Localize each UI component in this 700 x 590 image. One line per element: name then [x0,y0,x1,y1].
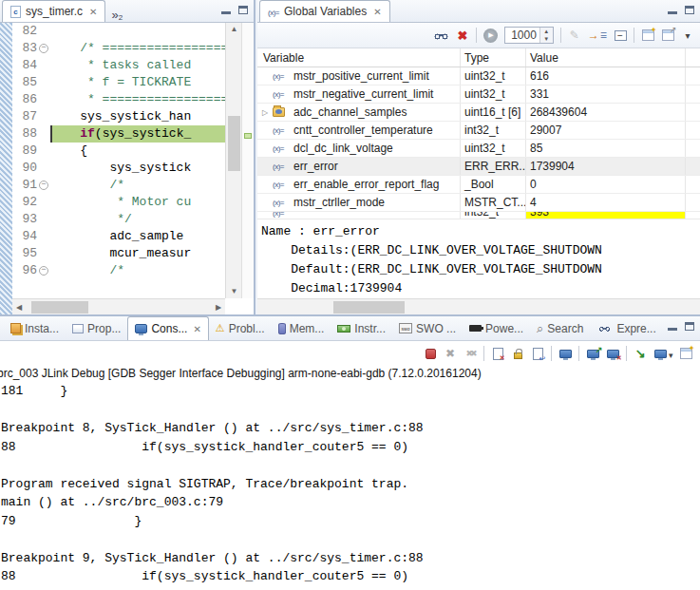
view-menu-icon[interactable] [681,28,694,43]
tab-cons[interactable]: Cons...✕ [127,316,208,340]
expand-arrow-icon[interactable]: ▷ [257,104,273,121]
overview-ruler[interactable] [241,23,254,298]
current-line-marker[interactable] [244,133,252,139]
minimize-icon[interactable] [221,6,231,14]
code-line[interactable]: 82 [12,23,225,40]
close-icon[interactable]: ✕ [193,324,200,334]
code-line[interactable]: 87 sys_systick_han [12,108,225,125]
variable-row[interactable]: err_errorERR_ERR...1739904 [257,158,700,176]
clear-console-icon[interactable] [493,348,503,360]
code-line[interactable]: 85 * f = TICKRATE [12,74,225,91]
code-text[interactable]: adc_sample [50,228,225,245]
scrollbar-thumb[interactable] [333,301,405,314]
more-tabs-indicator[interactable]: » 2 [111,8,123,22]
show-console-on-error-icon[interactable] [607,350,619,358]
variable-row[interactable]: err_enable_error_report_flag_Bool0 [257,176,700,194]
code-text[interactable]: * tasks called [50,57,225,74]
show-console-stdout-icon[interactable] [559,350,572,358]
variable-name-cell[interactable] [257,212,460,219]
variable-name-cell[interactable]: cntt_controller_temperature [257,122,460,139]
variable-row[interactable]: cntt_controller_temperatureint32_t29007 [257,122,700,140]
tab-mem[interactable]: Mem... [272,316,331,340]
tab-prop[interactable]: Prop... [66,316,127,340]
code-text[interactable]: { [50,143,225,160]
fold-collapse-icon[interactable] [39,266,48,276]
spinner-up-icon[interactable]: ▲ [540,28,553,35]
code-line[interactable]: 88 if(sys_systick_ [12,125,225,143]
column-variable[interactable]: Variable [257,48,460,67]
scroll-down-icon[interactable]: ▼ [226,285,242,298]
editor-vertical-scrollbar[interactable]: ▲ ▼ [225,23,241,298]
tab-insta[interactable]: Insta... [4,316,66,340]
editor-horizontal-scrollbar[interactable]: ◀ ▶ [12,298,225,314]
scroll-up-icon[interactable]: ▲ [226,23,242,36]
add-global-variables-icon[interactable] [433,30,449,41]
tab-expre[interactable]: Expre... [590,316,662,340]
remove-all-terminated-icon[interactable] [464,346,477,361]
code-text[interactable]: /* ================== [50,40,225,57]
variable-name-cell[interactable]: err_error [257,158,460,175]
variable-row[interactable]: int32_t393 [257,212,700,219]
code-text[interactable]: if(sys_systick_ [50,125,225,143]
refresh-play-icon[interactable] [483,29,498,43]
variable-name-cell[interactable]: mstr_positive_current_limit [257,67,460,85]
code-line[interactable]: 96 /* [12,262,225,279]
code-line[interactable]: 93 */ [12,211,225,228]
scroll-lock-icon[interactable] [514,352,522,359]
spinner-down-icon[interactable]: ▼ [540,35,553,43]
tab-probl[interactable]: Probl... [209,316,272,340]
word-wrap-icon[interactable] [533,348,543,360]
maximize-icon[interactable] [685,322,694,331]
open-console-icon[interactable] [680,348,692,359]
variable-row[interactable]: mstr_negative_current_limituint32_t331 [257,86,700,104]
variable-row[interactable]: dcl_dc_link_voltageuint32_t85 [257,140,700,158]
open-new-view-icon[interactable] [642,29,654,41]
variable-row[interactable]: mstr_positive_current_limituint32_t616 [257,67,700,86]
variable-row[interactable]: mstr_ctrller_modeMSTR_CT...4 [257,194,700,212]
code-text[interactable] [50,23,225,40]
maximize-icon[interactable] [238,6,248,14]
close-icon[interactable]: ✕ [373,7,381,17]
code-text[interactable]: * f = TICKRATE [50,74,225,91]
interval-value[interactable]: 1000 [505,28,539,43]
variables-horizontal-scrollbar[interactable] [257,298,700,314]
pin-view-icon[interactable] [662,29,674,41]
tab-instr[interactable]: Instr... [331,316,392,340]
table-header[interactable]: Variable Type Value [257,48,700,67]
fold-collapse-icon[interactable] [39,181,48,190]
code-line[interactable]: 91 /* [12,177,225,194]
column-value[interactable]: Value [525,48,685,67]
code-text[interactable]: /* [50,262,225,279]
maximize-icon[interactable] [685,6,694,14]
code-line[interactable]: 84 * tasks called [12,57,225,74]
code-text[interactable]: sys_systick [50,160,225,177]
variable-row[interactable]: ▷adc_channel_samplesuint16_t [6]26843960… [257,104,700,122]
remove-global-variables-icon[interactable] [456,28,469,43]
scroll-right-icon[interactable]: ▶ [212,299,225,314]
code-text[interactable]: /* [50,177,225,194]
code-text[interactable]: */ [50,211,225,228]
code-line[interactable]: 95 mcur_measur [12,245,225,262]
fold-collapse-icon[interactable] [39,44,48,53]
minimize-icon[interactable] [668,322,677,331]
remove-launch-icon[interactable] [444,346,457,361]
code-text[interactable]: * Motor cu [50,194,225,211]
code-line[interactable]: 92 * Motor cu [12,194,225,211]
scrollbar-thumb[interactable] [228,116,240,171]
tab-sys-timer-c[interactable]: sys_timer.c ✕ [2,0,105,22]
terminate-icon[interactable] [426,349,436,359]
tab-search[interactable]: Search [530,316,590,340]
code-line[interactable]: 89 { [12,143,225,160]
column-type[interactable]: Type [460,48,525,67]
refresh-interval-spinner[interactable]: 1000 ▲ ▼ [504,27,554,44]
variable-name-cell[interactable]: ▷adc_channel_samples [257,104,460,121]
variable-name-cell[interactable]: mstr_negative_current_limit [257,86,460,103]
display-selected-console-icon[interactable] [654,350,667,358]
code-line[interactable]: 94 adc_sample [12,228,225,245]
code-text[interactable]: sys_systick_han [50,108,225,125]
variable-name-cell[interactable]: err_enable_error_report_flag [257,176,460,193]
scroll-left-icon[interactable]: ◀ [12,299,26,314]
editor-body[interactable]: 8283 /* ==================84 * tasks cal… [0,23,254,314]
code-text[interactable]: * ================== [50,91,225,108]
editor-left-ruler[interactable] [0,23,12,314]
